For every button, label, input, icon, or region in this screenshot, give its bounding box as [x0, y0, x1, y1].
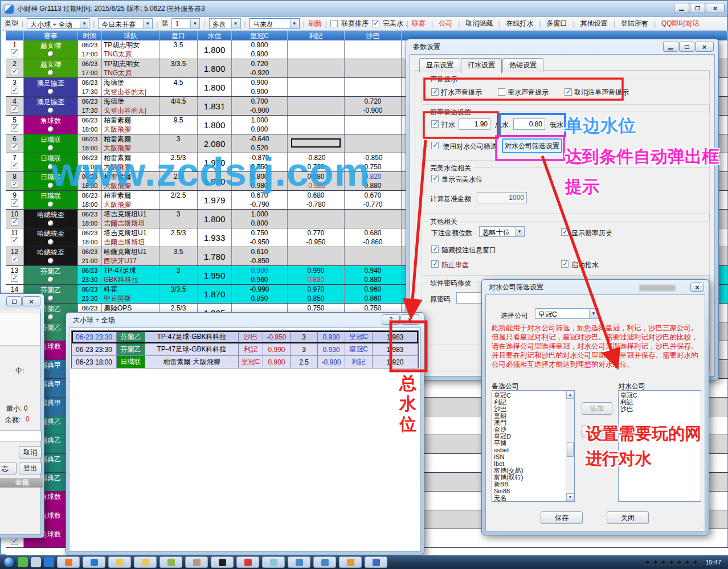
available-companies-list[interactable]: ▲ ▼ 皇冠C利記沙巴皇朝澳門金沙皇冠D平博ssbetISNIbet富博(交易)… [492, 390, 575, 502]
help-button[interactable]: ? [382, 314, 400, 325]
base-amount-input[interactable] [477, 192, 527, 203]
filter-settings-button[interactable]: 对水公司筛选设置 [502, 138, 562, 153]
ie-window-icon[interactable] [313, 556, 336, 568]
list-item[interactable]: 沙巴 [494, 406, 574, 412]
multi-select[interactable]: 多盘▼ [209, 18, 241, 29]
header-water[interactable]: 水位 [198, 31, 232, 40]
firefox-icon[interactable] [57, 556, 80, 568]
close-button[interactable]: × [400, 314, 419, 325]
list-item[interactable]: 沙巴 [620, 406, 701, 412]
tray-icon[interactable] [661, 560, 666, 565]
toolbar-link[interactable]: QQ即时对话 [661, 19, 700, 28]
list-item[interactable]: 平博 [494, 440, 574, 447]
hide-bet-window-checkbox[interactable] [431, 245, 439, 253]
popup-row[interactable]: 06-23 18:00日職联柏雷素爾-大阪飛腳皇冠C0.9002.5-0.980… [72, 356, 418, 369]
list-item[interactable]: ssbet [494, 447, 574, 453]
minimize-button[interactable] [674, 3, 689, 13]
list-item[interactable]: ISN [494, 453, 574, 460]
toolbar-link[interactable]: 取消隐藏 [465, 19, 493, 28]
maximize-button[interactable] [679, 42, 694, 52]
row-checkbox[interactable] [11, 124, 18, 132]
round-select[interactable]: 1▼ [171, 18, 200, 29]
maximize-button[interactable] [690, 3, 705, 13]
tab-water-settings[interactable]: 打水设置 [461, 58, 502, 73]
toolbar-link[interactable]: 多窗口 [547, 19, 567, 28]
tray-icon[interactable] [653, 560, 658, 565]
header-league[interactable]: 赛事 [24, 31, 78, 40]
selected-cell-box[interactable] [291, 138, 341, 148]
folder-icon[interactable] [134, 556, 157, 568]
list-item[interactable]: 皇冠D [494, 433, 574, 440]
row-checkbox[interactable] [11, 143, 18, 150]
scrollbar[interactable]: ▲ ▼ [566, 391, 574, 501]
perfect-water-checkbox[interactable] [372, 20, 379, 27]
list-item[interactable]: 皇冠C [620, 392, 701, 399]
header-handicap[interactable]: 盘口 [159, 31, 198, 40]
market-select[interactable]: 大小球 + 全场▼ [27, 18, 89, 29]
filter-dialog-titlebar[interactable]: 对水公司筛选设置 × [482, 280, 709, 294]
scroll-up-icon[interactable]: ▲ [566, 391, 574, 399]
low-water-input[interactable] [513, 118, 545, 130]
toolbar-link[interactable]: 在线打水 [506, 19, 533, 28]
dashui-checkbox[interactable] [431, 120, 439, 128]
list-item[interactable]: 利記 [494, 399, 574, 406]
amount-input[interactable] [0, 430, 42, 441]
list-item[interactable]: 金沙 [494, 426, 574, 433]
pdf-icon[interactable] [365, 556, 387, 568]
maxthon-icon[interactable] [83, 556, 105, 568]
row-checkbox[interactable] [11, 162, 18, 169]
list-item[interactable]: 澳門 [494, 419, 574, 426]
row-checkbox[interactable] [11, 256, 18, 263]
save-button[interactable]: 保存 [541, 511, 583, 524]
minimize-button[interactable] [6, 296, 22, 306]
list-item[interactable]: Sin88 [494, 488, 574, 494]
row-checkbox[interactable] [11, 181, 18, 188]
day-select[interactable]: 今日未开赛▼ [98, 18, 153, 29]
close-button[interactable]: × [690, 283, 704, 292]
sound-checkbox[interactable] [431, 88, 439, 96]
list-item[interactable]: 利記 [620, 399, 701, 406]
log-button[interactable]: 志 [0, 462, 17, 474]
row-checkbox[interactable] [11, 49, 18, 56]
notepad-icon[interactable] [262, 556, 285, 568]
header-crown[interactable]: 皇冠C [232, 31, 288, 40]
tray-icon[interactable] [677, 560, 682, 565]
row-checkbox[interactable] [11, 199, 18, 207]
close-button[interactable]: × [695, 42, 714, 52]
cancel-button[interactable]: 取消 [19, 446, 42, 459]
photo-icon[interactable] [185, 556, 208, 568]
grab-water-checkbox[interactable] [561, 260, 569, 268]
toolbar-link[interactable]: 联赛 [412, 19, 426, 28]
row-checkbox[interactable] [11, 105, 18, 113]
ie-window-icon[interactable] [288, 556, 310, 568]
close-dialog-button[interactable]: 关闭 [607, 511, 649, 524]
list-item[interactable]: 富博(双行) [494, 474, 574, 481]
odds-type-select[interactable]: 马来盘▼ [250, 18, 300, 29]
browser-ring-icon[interactable] [44, 557, 54, 567]
use-filter-checkbox[interactable] [431, 142, 439, 149]
sound-checkbox[interactable] [498, 88, 505, 96]
tab-display-settings[interactable]: 显示设置 [419, 58, 460, 72]
toolbar-link[interactable]: 登陆所有 [621, 19, 648, 28]
add-button[interactable]: 添加 [582, 402, 612, 415]
folder-icon[interactable] [108, 556, 131, 568]
scroll-thumb[interactable] [567, 442, 574, 457]
scroll-down-icon[interactable]: ▼ [566, 493, 574, 501]
header-libet[interactable]: 利記 [288, 31, 345, 40]
row-checkbox[interactable] [11, 68, 18, 75]
list-item[interactable]: 富博(交易) [494, 467, 574, 474]
tray-icon[interactable] [693, 560, 698, 565]
tray-icon[interactable] [645, 560, 650, 565]
list-item[interactable]: 新BB [494, 481, 574, 488]
office-icon[interactable] [339, 556, 362, 568]
tray-icon[interactable] [685, 560, 690, 565]
reader-icon[interactable] [236, 556, 259, 568]
toolbar-link[interactable]: 其他设置 [580, 19, 608, 28]
tab-hotkey-settings[interactable]: 热键设置 [502, 58, 543, 72]
start-orb[interactable] [3, 556, 15, 568]
close-button[interactable]: × [22, 296, 40, 306]
row-checkbox[interactable] [11, 538, 18, 545]
grid-icon[interactable] [31, 557, 41, 567]
bet-window-titlebar[interactable]: × [0, 294, 44, 309]
list-item[interactable]: Ibet [494, 460, 574, 467]
